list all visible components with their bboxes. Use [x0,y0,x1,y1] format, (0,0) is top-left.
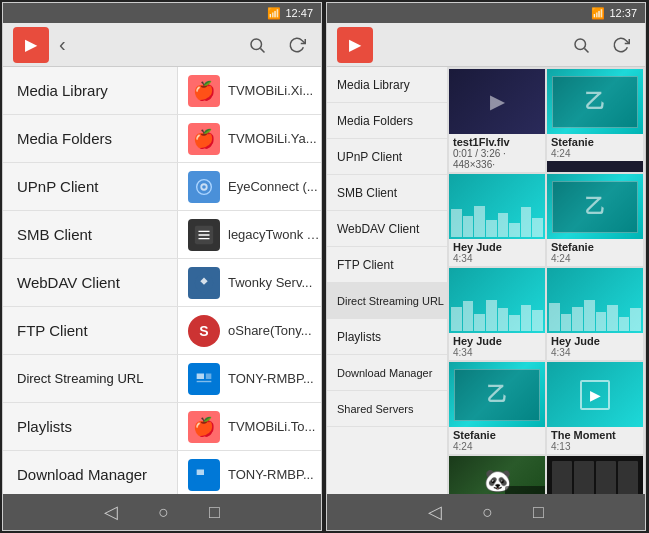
nav-item-download-manager[interactable]: Download Manager TONY-RMBP... [3,451,321,494]
thumb-title-2: Hey Jude [453,241,541,253]
thumb-title-6: Stefanie [453,429,541,441]
nav-label-direct-streaming: Direct Streaming URL [3,355,178,402]
svg-rect-10 [206,373,212,379]
refresh-icon-right[interactable] [607,31,635,59]
nav-content-upnp: EyeConnect (... [178,163,321,210]
right-nav-ftp[interactable]: FTP Client [327,247,447,283]
svg-point-4 [202,185,206,189]
nav-label-playlists: Playlists [3,403,178,450]
right-nav-webdav[interactable]: WebDAV Client [327,211,447,247]
thumb-duration-5: 4:34 [551,347,639,358]
thumb-info-4: Hey Jude 4:34 [449,333,545,360]
back-button-left[interactable]: ◁ [104,501,118,523]
svg-point-0 [251,39,262,50]
video-thumb-2[interactable]: Hey Jude 4:34 [449,174,545,266]
nav-item-media-folders[interactable]: Media Folders 🍎 TVMOBiLi.Ya... [3,115,321,163]
right-nav-smb[interactable]: SMB Client [327,175,447,211]
video-thumb-1[interactable]: 乙 Stefanie 4:24 [547,69,643,172]
server-icon-1: 🍎 [188,123,220,155]
home-button-right[interactable]: ○ [482,502,493,523]
right-nav-media-library[interactable]: Media Library [327,67,447,103]
nav-item-smb[interactable]: SMB Client legacyTwonk YangdeMac... [3,211,321,259]
server-icon-8 [188,459,220,491]
video-thumb-7[interactable]: ▶ The Moment 4:13 [547,362,643,454]
nav-content-direct-streaming: TONY-RMBP... [178,355,321,402]
nav-label-download-manager: Download Manager [3,451,178,494]
right-content-area: Media Library Media Folders UPnP Client … [327,67,645,494]
nav-content-playlists: 🍎 TVMOBiLi.To... [178,403,321,450]
server-name-0: TVMOBiLi.Xi... [228,83,313,98]
right-nav-media-folders[interactable]: Media Folders [327,103,447,139]
thumb-img-2 [449,174,545,239]
thumb-info-3: Stefanie 4:24 [547,239,643,266]
server-name-5: oShare(Tony... [228,323,312,338]
svg-rect-12 [197,469,204,475]
play-button-left[interactable] [13,27,49,63]
thumb-img-9 [547,456,643,494]
status-bar-left: 📶 12:47 [3,3,321,23]
home-button-left[interactable]: ○ [158,502,169,523]
search-icon-left[interactable] [243,31,271,59]
thumb-info-5: Hey Jude 4:34 [547,333,643,360]
thumb-info-0: test1Flv.flv 0:01 / 3:26 · 448×336· [449,134,545,172]
video-thumb-4[interactable]: Hey Jude 4:34 [449,268,545,360]
server-icon-3 [188,219,220,251]
recent-button-left[interactable]: □ [209,502,220,523]
video-thumb-9[interactable] [547,456,643,494]
nav-label-webdav: WebDAV Client [3,259,178,306]
video-thumb-8[interactable]: 🐼 小熊 游戏 [449,456,545,494]
thumb-title-7: The Moment [551,429,639,441]
recent-button-right[interactable]: □ [533,502,544,523]
watermark-overlay: 小熊 游戏 [505,486,545,494]
right-nav-playlists[interactable]: Playlists [327,319,447,355]
right-nav: Media Library Media Folders UPnP Client … [327,67,447,494]
video-thumb-3[interactable]: 乙 Stefanie 4:24 [547,174,643,266]
server-icon-0: 🍎 [188,75,220,107]
nav-content-media-folders: 🍎 TVMOBiLi.Ya... [178,115,321,162]
thumb-img-3: 乙 [547,174,643,239]
nav-label-smb: SMB Client [3,211,178,258]
server-icon-4 [188,267,220,299]
right-nav-upnp[interactable]: UPnP Client [327,139,447,175]
nav-item-upnp[interactable]: UPnP Client EyeConnect (... [3,163,321,211]
nav-item-ftp[interactable]: FTP Client S oShare(Tony... [3,307,321,355]
thumb-duration-4: 4:34 [453,347,541,358]
thumb-title-1: Stefanie [551,136,639,148]
server-name-1: TVMOBiLi.Ya... [228,131,317,146]
nav-list-left: Media Library 🍎 TVMOBiLi.Xi... Media Fol… [3,67,321,494]
server-icon-7: 🍎 [188,411,220,443]
nav-item-playlists[interactable]: Playlists 🍎 TVMOBiLi.To... [3,403,321,451]
svg-rect-9 [197,380,212,381]
server-icon-6 [188,363,220,395]
nav-item-direct-streaming[interactable]: Direct Streaming URL TONY-RMBP... [3,355,321,403]
nav-item-webdav[interactable]: WebDAV Client Twonky Serv... [3,259,321,307]
right-nav-download-manager[interactable]: Download Manager [327,355,447,391]
video-thumb-5[interactable]: Hey Jude 4:34 [547,268,643,360]
nav-content-smb: legacyTwonk YangdeMac... [178,211,321,258]
time-left: 12:47 [285,7,313,19]
back-arrow-left[interactable]: ‹ [59,33,66,56]
back-button-right[interactable]: ◁ [428,501,442,523]
nav-label-media-folders: Media Folders [3,115,178,162]
video-thumb-6[interactable]: 乙 Stefanie 4:24 [449,362,545,454]
nav-content-media-library: 🍎 TVMOBiLi.Xi... [178,67,321,114]
svg-line-1 [260,48,264,52]
right-nav-shared-servers[interactable]: Shared Servers [327,391,447,427]
nav-item-media-library[interactable]: Media Library 🍎 TVMOBiLi.Xi... [3,67,321,115]
right-nav-direct-streaming[interactable]: Direct Streaming URL [327,283,447,319]
thumb-info-1: Stefanie 4:24 [547,134,643,161]
server-icon-2 [188,171,220,203]
toolbar-left: ‹ [3,23,321,67]
play-button-right[interactable] [337,27,373,63]
nav-content-ftp: S oShare(Tony... [178,307,321,354]
thumb-img-7: ▶ [547,362,643,427]
server-name-2: EyeConnect (... [228,179,318,194]
server-name-7: TVMOBiLi.To... [228,419,315,434]
nav-content-webdav: Twonky Serv... [178,259,321,306]
server-name-3: legacyTwonk YangdeMac... [228,227,321,242]
search-icon-right[interactable] [567,31,595,59]
refresh-icon-left[interactable] [283,31,311,59]
nav-label-media-library: Media Library [3,67,178,114]
video-thumb-0[interactable]: ▶ test1Flv.flv 0:01 / 3:26 · 448×336· [449,69,545,172]
svg-rect-8 [197,373,204,379]
